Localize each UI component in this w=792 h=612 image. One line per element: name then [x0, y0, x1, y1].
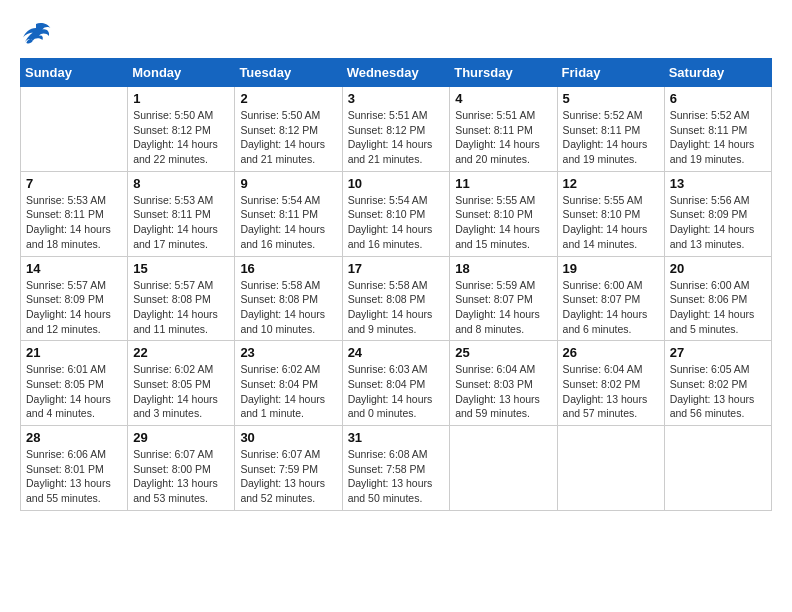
day-info: Sunrise: 5:50 AM Sunset: 8:12 PM Dayligh…: [240, 108, 336, 167]
calendar-cell: 1Sunrise: 5:50 AM Sunset: 8:12 PM Daylig…: [128, 87, 235, 172]
day-number: 27: [670, 345, 766, 360]
day-info: Sunrise: 5:58 AM Sunset: 8:08 PM Dayligh…: [240, 278, 336, 337]
logo: [20, 20, 56, 48]
calendar-cell: 5Sunrise: 5:52 AM Sunset: 8:11 PM Daylig…: [557, 87, 664, 172]
day-info: Sunrise: 6:06 AM Sunset: 8:01 PM Dayligh…: [26, 447, 122, 506]
day-number: 16: [240, 261, 336, 276]
day-number: 11: [455, 176, 551, 191]
weekday-header-tuesday: Tuesday: [235, 59, 342, 87]
calendar-cell: 23Sunrise: 6:02 AM Sunset: 8:04 PM Dayli…: [235, 341, 342, 426]
calendar-body: 1Sunrise: 5:50 AM Sunset: 8:12 PM Daylig…: [21, 87, 772, 511]
day-info: Sunrise: 5:53 AM Sunset: 8:11 PM Dayligh…: [133, 193, 229, 252]
calendar-cell: 17Sunrise: 5:58 AM Sunset: 8:08 PM Dayli…: [342, 256, 450, 341]
day-info: Sunrise: 6:02 AM Sunset: 8:05 PM Dayligh…: [133, 362, 229, 421]
day-info: Sunrise: 5:51 AM Sunset: 8:12 PM Dayligh…: [348, 108, 445, 167]
day-number: 9: [240, 176, 336, 191]
calendar-cell: [21, 87, 128, 172]
day-info: Sunrise: 5:54 AM Sunset: 8:10 PM Dayligh…: [348, 193, 445, 252]
day-info: Sunrise: 5:58 AM Sunset: 8:08 PM Dayligh…: [348, 278, 445, 337]
calendar-cell: 7Sunrise: 5:53 AM Sunset: 8:11 PM Daylig…: [21, 171, 128, 256]
calendar-cell: 19Sunrise: 6:00 AM Sunset: 8:07 PM Dayli…: [557, 256, 664, 341]
day-number: 14: [26, 261, 122, 276]
day-info: Sunrise: 6:08 AM Sunset: 7:58 PM Dayligh…: [348, 447, 445, 506]
day-number: 18: [455, 261, 551, 276]
day-number: 25: [455, 345, 551, 360]
weekday-header-saturday: Saturday: [664, 59, 771, 87]
calendar-cell: [664, 426, 771, 511]
day-number: 15: [133, 261, 229, 276]
day-number: 8: [133, 176, 229, 191]
day-number: 1: [133, 91, 229, 106]
calendar-cell: 27Sunrise: 6:05 AM Sunset: 8:02 PM Dayli…: [664, 341, 771, 426]
day-number: 31: [348, 430, 445, 445]
day-number: 5: [563, 91, 659, 106]
calendar-table: SundayMondayTuesdayWednesdayThursdayFrid…: [20, 58, 772, 511]
day-number: 13: [670, 176, 766, 191]
day-info: Sunrise: 6:01 AM Sunset: 8:05 PM Dayligh…: [26, 362, 122, 421]
page-header: [20, 20, 772, 48]
day-info: Sunrise: 5:51 AM Sunset: 8:11 PM Dayligh…: [455, 108, 551, 167]
day-number: 26: [563, 345, 659, 360]
calendar-cell: 26Sunrise: 6:04 AM Sunset: 8:02 PM Dayli…: [557, 341, 664, 426]
calendar-cell: 10Sunrise: 5:54 AM Sunset: 8:10 PM Dayli…: [342, 171, 450, 256]
day-number: 12: [563, 176, 659, 191]
day-number: 19: [563, 261, 659, 276]
calendar-cell: 30Sunrise: 6:07 AM Sunset: 7:59 PM Dayli…: [235, 426, 342, 511]
calendar-cell: 15Sunrise: 5:57 AM Sunset: 8:08 PM Dayli…: [128, 256, 235, 341]
day-info: Sunrise: 5:54 AM Sunset: 8:11 PM Dayligh…: [240, 193, 336, 252]
calendar-cell: 14Sunrise: 5:57 AM Sunset: 8:09 PM Dayli…: [21, 256, 128, 341]
day-info: Sunrise: 5:56 AM Sunset: 8:09 PM Dayligh…: [670, 193, 766, 252]
calendar-cell: 25Sunrise: 6:04 AM Sunset: 8:03 PM Dayli…: [450, 341, 557, 426]
day-number: 4: [455, 91, 551, 106]
day-number: 20: [670, 261, 766, 276]
day-number: 23: [240, 345, 336, 360]
day-info: Sunrise: 6:00 AM Sunset: 8:06 PM Dayligh…: [670, 278, 766, 337]
day-number: 21: [26, 345, 122, 360]
day-info: Sunrise: 5:52 AM Sunset: 8:11 PM Dayligh…: [670, 108, 766, 167]
day-number: 24: [348, 345, 445, 360]
calendar-cell: 29Sunrise: 6:07 AM Sunset: 8:00 PM Dayli…: [128, 426, 235, 511]
calendar-cell: 16Sunrise: 5:58 AM Sunset: 8:08 PM Dayli…: [235, 256, 342, 341]
day-info: Sunrise: 6:07 AM Sunset: 8:00 PM Dayligh…: [133, 447, 229, 506]
calendar-week-row: 14Sunrise: 5:57 AM Sunset: 8:09 PM Dayli…: [21, 256, 772, 341]
calendar-cell: 9Sunrise: 5:54 AM Sunset: 8:11 PM Daylig…: [235, 171, 342, 256]
day-info: Sunrise: 5:50 AM Sunset: 8:12 PM Dayligh…: [133, 108, 229, 167]
calendar-header: SundayMondayTuesdayWednesdayThursdayFrid…: [21, 59, 772, 87]
day-number: 6: [670, 91, 766, 106]
logo-icon: [20, 20, 52, 48]
calendar-cell: 13Sunrise: 5:56 AM Sunset: 8:09 PM Dayli…: [664, 171, 771, 256]
calendar-cell: 18Sunrise: 5:59 AM Sunset: 8:07 PM Dayli…: [450, 256, 557, 341]
day-number: 29: [133, 430, 229, 445]
day-number: 22: [133, 345, 229, 360]
day-info: Sunrise: 6:05 AM Sunset: 8:02 PM Dayligh…: [670, 362, 766, 421]
calendar-cell: 4Sunrise: 5:51 AM Sunset: 8:11 PM Daylig…: [450, 87, 557, 172]
day-info: Sunrise: 5:57 AM Sunset: 8:09 PM Dayligh…: [26, 278, 122, 337]
calendar-week-row: 7Sunrise: 5:53 AM Sunset: 8:11 PM Daylig…: [21, 171, 772, 256]
day-number: 2: [240, 91, 336, 106]
calendar-cell: 28Sunrise: 6:06 AM Sunset: 8:01 PM Dayli…: [21, 426, 128, 511]
calendar-cell: 8Sunrise: 5:53 AM Sunset: 8:11 PM Daylig…: [128, 171, 235, 256]
day-info: Sunrise: 5:57 AM Sunset: 8:08 PM Dayligh…: [133, 278, 229, 337]
day-info: Sunrise: 6:07 AM Sunset: 7:59 PM Dayligh…: [240, 447, 336, 506]
calendar-cell: 6Sunrise: 5:52 AM Sunset: 8:11 PM Daylig…: [664, 87, 771, 172]
calendar-cell: 3Sunrise: 5:51 AM Sunset: 8:12 PM Daylig…: [342, 87, 450, 172]
calendar-cell: 2Sunrise: 5:50 AM Sunset: 8:12 PM Daylig…: [235, 87, 342, 172]
day-info: Sunrise: 6:04 AM Sunset: 8:03 PM Dayligh…: [455, 362, 551, 421]
calendar-week-row: 21Sunrise: 6:01 AM Sunset: 8:05 PM Dayli…: [21, 341, 772, 426]
calendar-cell: [450, 426, 557, 511]
weekday-header-wednesday: Wednesday: [342, 59, 450, 87]
calendar-cell: 20Sunrise: 6:00 AM Sunset: 8:06 PM Dayli…: [664, 256, 771, 341]
calendar-cell: 22Sunrise: 6:02 AM Sunset: 8:05 PM Dayli…: [128, 341, 235, 426]
calendar-cell: 11Sunrise: 5:55 AM Sunset: 8:10 PM Dayli…: [450, 171, 557, 256]
calendar-cell: 31Sunrise: 6:08 AM Sunset: 7:58 PM Dayli…: [342, 426, 450, 511]
calendar-cell: 12Sunrise: 5:55 AM Sunset: 8:10 PM Dayli…: [557, 171, 664, 256]
calendar-cell: 21Sunrise: 6:01 AM Sunset: 8:05 PM Dayli…: [21, 341, 128, 426]
day-info: Sunrise: 5:55 AM Sunset: 8:10 PM Dayligh…: [563, 193, 659, 252]
day-info: Sunrise: 5:53 AM Sunset: 8:11 PM Dayligh…: [26, 193, 122, 252]
day-number: 7: [26, 176, 122, 191]
day-info: Sunrise: 5:55 AM Sunset: 8:10 PM Dayligh…: [455, 193, 551, 252]
calendar-week-row: 28Sunrise: 6:06 AM Sunset: 8:01 PM Dayli…: [21, 426, 772, 511]
day-number: 30: [240, 430, 336, 445]
day-number: 17: [348, 261, 445, 276]
weekday-header-sunday: Sunday: [21, 59, 128, 87]
